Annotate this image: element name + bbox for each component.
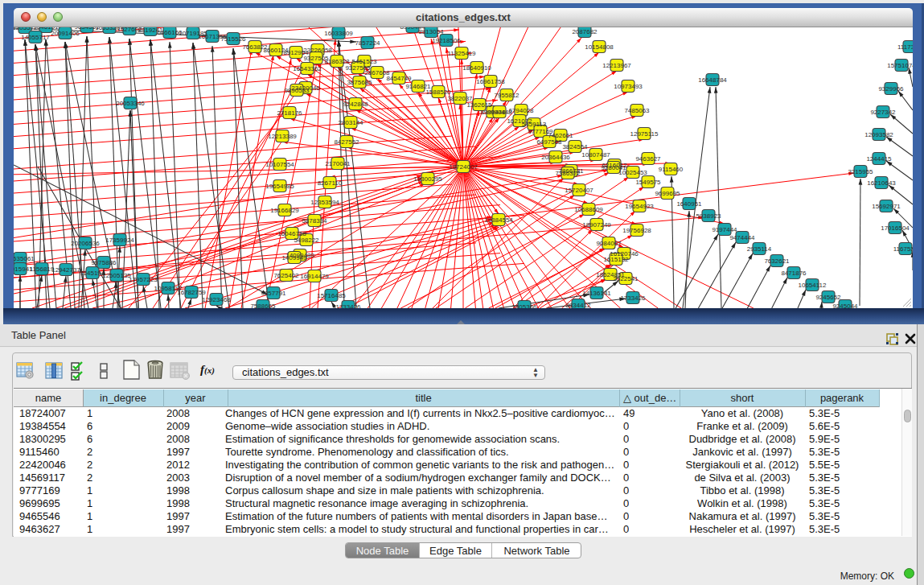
svg-text:9474444: 9474444: [729, 234, 755, 241]
svg-text:8990444: 8990444: [400, 27, 425, 31]
svg-text:18724007: 18724007: [449, 163, 478, 171]
svg-text:1362615: 1362615: [466, 101, 492, 109]
svg-text:9197444: 9197444: [712, 226, 737, 233]
svg-text:5938923: 5938923: [696, 212, 721, 220]
svg-text:3824554: 3824554: [562, 143, 588, 150]
svg-text:5459113: 5459113: [522, 121, 547, 128]
svg-text:8454749: 8454749: [386, 75, 412, 82]
svg-text:19654985: 19654985: [265, 183, 294, 190]
svg-text:9242848: 9242848: [343, 101, 368, 108]
svg-text:3215955: 3215955: [848, 168, 873, 175]
svg-text:18300295: 18300295: [413, 175, 442, 183]
svg-text:1733426: 1733426: [335, 303, 361, 309]
svg-text:9329966: 9329966: [878, 85, 904, 93]
svg-text:9857791: 9857791: [261, 290, 286, 297]
svg-text:20206536: 20206536: [71, 240, 100, 247]
svg-text:2718176: 2718176: [277, 109, 302, 117]
svg-text:16543362: 16543362: [293, 65, 322, 72]
svg-text:7632621: 7632621: [764, 257, 790, 265]
svg-text:9245044: 9245044: [832, 303, 858, 309]
svg-text:1805366: 1805366: [511, 303, 537, 309]
svg-text:16914479: 16914479: [300, 273, 329, 280]
svg-text:14136141: 14136141: [582, 290, 611, 297]
svg-text:9115460: 9115460: [659, 166, 684, 173]
svg-text:9975886: 9975886: [91, 259, 117, 266]
svg-text:20364436: 20364436: [541, 154, 570, 161]
svg-text:1733426: 1733426: [620, 295, 646, 302]
svg-text:9699695: 9699695: [655, 190, 680, 197]
svg-text:1549575: 1549575: [635, 179, 661, 186]
svg-text:10025453: 10025453: [618, 169, 647, 176]
svg-text:10973493: 10973493: [614, 83, 643, 90]
svg-text:18640910: 18640910: [462, 64, 491, 72]
svg-text:17016504: 17016504: [881, 225, 910, 232]
svg-text:10688609: 10688609: [574, 206, 603, 213]
svg-text:1640951: 1640951: [676, 200, 702, 208]
svg-text:16961758: 16961758: [476, 78, 505, 85]
svg-text:8267110: 8267110: [318, 179, 343, 187]
svg-text:18907249: 18907249: [582, 221, 611, 229]
svg-text:3875685: 3875685: [347, 79, 372, 86]
svg-text:9463627: 9463627: [635, 155, 661, 163]
svg-text:7485063: 7485063: [624, 107, 650, 114]
svg-text:9227342: 9227342: [870, 109, 896, 116]
svg-text:1615132: 1615132: [603, 256, 629, 263]
svg-text:10154808: 10154808: [585, 43, 614, 51]
svg-text:2803144: 2803144: [338, 119, 363, 126]
svg-text:2522541: 2522541: [613, 275, 639, 282]
svg-text:16648784: 16648784: [698, 76, 727, 84]
svg-text:1409949: 1409949: [281, 254, 307, 262]
svg-text:23226058: 23226058: [303, 47, 332, 54]
svg-text:2087682: 2087682: [572, 28, 598, 35]
svg-text:12093582: 12093582: [864, 131, 893, 138]
svg-text:19166829: 19166829: [270, 207, 299, 214]
svg-text:19384554: 19384554: [484, 216, 513, 224]
svg-text:7625402: 7625402: [273, 272, 299, 279]
svg-text:15751074: 15751074: [887, 62, 913, 69]
svg-text:20053346: 20053346: [116, 100, 145, 107]
svg-text:7955812: 7955812: [494, 92, 519, 99]
svg-text:15716485: 15716485: [317, 292, 346, 299]
svg-text:20091406: 20091406: [51, 30, 80, 37]
svg-text:12942737: 12942737: [51, 266, 80, 274]
svg-text:15720407: 15720407: [565, 187, 593, 194]
svg-text:19654923: 19654923: [625, 203, 654, 210]
svg-text:12923468: 12923468: [202, 296, 231, 303]
svg-text:5878334: 5878334: [302, 217, 327, 225]
svg-text:9084067: 9084067: [596, 240, 622, 247]
svg-text:11325419: 11325419: [448, 50, 477, 57]
svg-text:10654112: 10654112: [799, 282, 827, 289]
svg-text:26535061: 26535061: [14, 255, 35, 262]
svg-text:7588665: 7588665: [250, 303, 276, 309]
svg-text:1244415: 1244415: [866, 155, 892, 163]
svg-text:6497568: 6497568: [536, 138, 562, 146]
svg-text:15692971: 15692971: [872, 203, 901, 210]
svg-text:12975115: 12975115: [630, 130, 659, 138]
svg-text:1167534: 1167534: [893, 245, 913, 253]
svg-text:16210643: 16210643: [867, 179, 896, 187]
svg-text:2935114: 2935114: [747, 245, 772, 253]
svg-text:14055717: 14055717: [21, 34, 50, 41]
svg-text:12505135: 12505135: [102, 272, 131, 279]
svg-text:8427552: 8427552: [334, 138, 359, 146]
svg-text:1117345: 1117345: [897, 43, 913, 51]
svg-text:12213389: 12213389: [268, 133, 297, 140]
svg-text:5498222: 5498222: [294, 237, 319, 244]
svg-text:7515526: 7515526: [220, 35, 246, 43]
svg-text:1156819: 1156819: [30, 266, 55, 273]
svg-text:19218506: 19218506: [432, 37, 461, 44]
svg-text:17359924: 17359924: [105, 237, 134, 244]
svg-text:7857224: 7857224: [355, 39, 380, 47]
svg-text:7386372: 7386372: [555, 170, 581, 177]
svg-text:16033809: 16033809: [324, 30, 353, 37]
svg-text:12353594: 12353594: [310, 199, 339, 206]
svg-text:10807487: 10807487: [581, 151, 610, 159]
svg-text:1145194: 1145194: [80, 270, 105, 277]
svg-text:9890533: 9890533: [284, 87, 310, 94]
svg-text:10107554: 10107554: [265, 161, 294, 168]
svg-text:12213967: 12213967: [602, 62, 631, 69]
svg-text:2170041: 2170041: [325, 160, 351, 167]
svg-text:8471876: 8471876: [781, 270, 807, 277]
svg-text:19756928: 19756928: [622, 227, 651, 234]
svg-text:16782759: 16782759: [177, 289, 206, 296]
